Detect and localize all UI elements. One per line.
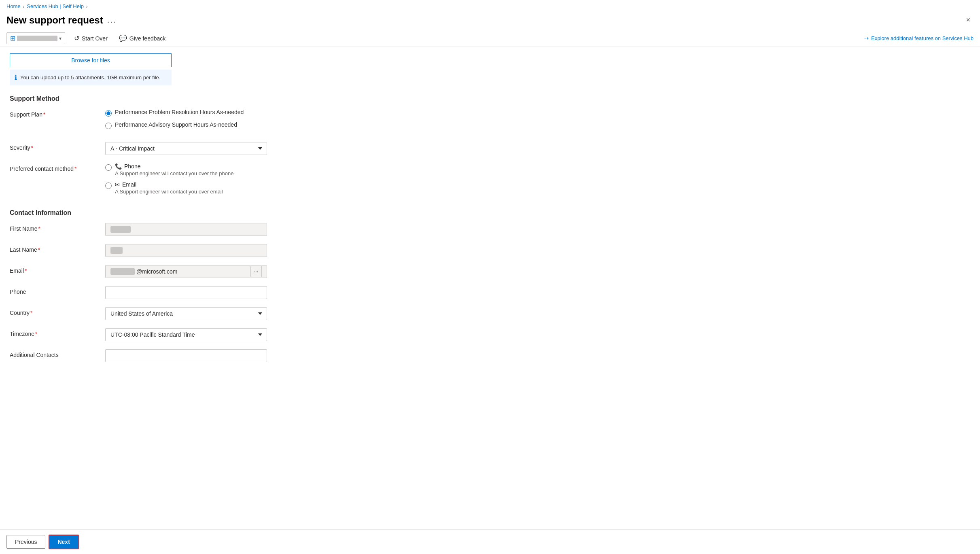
breadcrumb-sep2: › xyxy=(86,4,88,9)
workspace-selector[interactable]: ⊞ ▾ xyxy=(6,32,65,44)
plan-option2-text: Performance Advisory Support Hours As-ne… xyxy=(115,121,237,128)
email-action-button[interactable]: ··· xyxy=(250,266,262,277)
plan-option2-label[interactable]: Performance Advisory Support Hours As-ne… xyxy=(105,121,267,129)
plan-option1-radio[interactable] xyxy=(105,110,112,117)
contact-phone-radio[interactable] xyxy=(105,164,112,171)
browse-section: Browse for files ℹ You can upload up to … xyxy=(10,53,970,85)
contact-email-text: ✉ Email xyxy=(115,181,223,188)
severity-control: A - Critical impact B - Moderate impact … xyxy=(105,142,267,155)
contact-phone-label[interactable]: 📞 Phone A Support engineer will contact … xyxy=(105,163,267,176)
explore-link[interactable]: ⇢ Explore additional features on Service… xyxy=(864,35,974,41)
email-label: Email xyxy=(122,181,136,188)
additional-contacts-input[interactable] xyxy=(105,349,267,362)
first-name-control xyxy=(105,223,267,236)
title-more-button[interactable]: ... xyxy=(107,15,117,25)
support-method-title: Support Method xyxy=(10,95,970,102)
breadcrumb-services-hub[interactable]: Services Hub | Self Help xyxy=(27,3,84,9)
close-button[interactable]: × xyxy=(963,14,974,26)
give-feedback-label: Give feedback xyxy=(129,35,166,42)
give-feedback-button[interactable]: 💬 Give feedback xyxy=(117,33,168,44)
contact-method-label: Preferred contact method* xyxy=(10,163,99,172)
contact-method-control: 📞 Phone A Support engineer will contact … xyxy=(105,163,267,200)
breadcrumb: Home › Services Hub | Self Help › xyxy=(0,0,980,13)
plan-option1-label[interactable]: Performance Problem Resolution Hours As-… xyxy=(105,109,267,117)
first-name-required: * xyxy=(38,225,40,232)
feedback-icon: 💬 xyxy=(119,34,127,42)
phone-input[interactable] xyxy=(105,286,267,299)
phone-label-text: Phone xyxy=(10,289,26,295)
start-over-label: Start Over xyxy=(82,35,108,42)
first-name-row: First Name* xyxy=(10,223,970,236)
phone-icon: 📞 xyxy=(115,163,122,170)
toolbar-left: ⊞ ▾ ↺ Start Over 💬 Give feedback xyxy=(6,32,858,44)
contact-method-row: Preferred contact method* 📞 Phone A Supp… xyxy=(10,163,970,200)
phone-control xyxy=(105,286,267,299)
email-domain-text: @microsoft.com xyxy=(136,268,177,275)
email-row: Email* @microsoft.com ··· xyxy=(10,265,970,278)
severity-row: Severity* A - Critical impact B - Modera… xyxy=(10,142,970,155)
email-icon: ✉ xyxy=(115,181,120,188)
timezone-label-text: Timezone xyxy=(10,331,34,337)
contact-info-title: Contact Information xyxy=(10,209,970,217)
main-content: Browse for files ℹ You can upload up to … xyxy=(0,47,980,529)
email-label: Email* xyxy=(10,265,99,274)
country-label-text: Country xyxy=(10,310,30,316)
plan-option2-radio[interactable] xyxy=(105,123,112,129)
email-username-blurred xyxy=(110,268,135,275)
support-plan-required: * xyxy=(43,111,45,118)
page-wrapper: Home › Services Hub | Self Help › New su… xyxy=(0,0,980,554)
footer: Previous Next xyxy=(0,529,980,554)
email-label-text: Email xyxy=(10,267,24,274)
first-name-blurred xyxy=(110,226,131,233)
timezone-label: Timezone* xyxy=(10,328,99,337)
country-label: Country* xyxy=(10,307,99,316)
page-title-row: New support request ... × xyxy=(0,13,980,30)
support-plan-label-text: Support Plan xyxy=(10,111,42,118)
phone-label: Phone xyxy=(124,163,140,170)
plan-option1-text: Performance Problem Resolution Hours As-… xyxy=(115,109,244,115)
toolbar: ⊞ ▾ ↺ Start Over 💬 Give feedback ⇢ Explo… xyxy=(0,30,980,47)
support-plan-control: Performance Problem Resolution Hours As-… xyxy=(105,109,267,134)
timezone-dropdown[interactable]: UTC-08:00 Pacific Standard Time UTC-05:0… xyxy=(105,328,267,341)
breadcrumb-sep1: › xyxy=(23,4,25,9)
email-value: @microsoft.com xyxy=(110,268,177,275)
first-name-label: First Name* xyxy=(10,223,99,232)
workspace-text-placeholder xyxy=(17,36,57,41)
severity-label: Severity* xyxy=(10,142,99,151)
browse-files-button[interactable]: Browse for files xyxy=(10,53,172,67)
previous-button[interactable]: Previous xyxy=(6,535,45,549)
support-plan-row: Support Plan* Performance Problem Resolu… xyxy=(10,109,970,134)
page-title: New support request xyxy=(6,15,103,26)
last-name-label-text: Last Name xyxy=(10,246,37,253)
first-name-label-text: First Name xyxy=(10,225,37,232)
country-dropdown[interactable]: United States of America Canada United K… xyxy=(105,307,267,320)
workspace-icon: ⊞ xyxy=(10,34,15,42)
last-name-row: Last Name* xyxy=(10,244,970,257)
phone-row: Phone xyxy=(10,286,970,299)
workspace-chevron-icon: ▾ xyxy=(59,36,62,41)
upload-info-box: ℹ You can upload up to 5 attachments. 1G… xyxy=(10,70,172,85)
email-control: @microsoft.com ··· xyxy=(105,265,267,278)
explore-icon: ⇢ xyxy=(864,35,869,41)
additional-contacts-label-text: Additional Contacts xyxy=(10,352,59,358)
info-icon: ℹ xyxy=(15,74,17,81)
severity-label-text: Severity xyxy=(10,144,30,151)
contact-email-label[interactable]: ✉ Email A Support engineer will contact … xyxy=(105,181,267,195)
last-name-required: * xyxy=(38,246,40,253)
severity-dropdown[interactable]: A - Critical impact B - Moderate impact … xyxy=(105,142,267,155)
contact-email-radio[interactable] xyxy=(105,183,112,189)
email-wrapper: @microsoft.com ··· xyxy=(105,265,267,278)
additional-contacts-row: Additional Contacts xyxy=(10,349,970,362)
country-required: * xyxy=(30,310,32,316)
next-button[interactable]: Next xyxy=(49,535,78,549)
support-plan-label: Support Plan* xyxy=(10,109,99,118)
timezone-required: * xyxy=(35,331,37,337)
country-row: Country* United States of America Canada… xyxy=(10,307,970,320)
upload-info-text: You can upload up to 5 attachments. 1GB … xyxy=(20,74,160,81)
additional-contacts-label: Additional Contacts xyxy=(10,349,99,358)
email-required: * xyxy=(25,267,27,274)
breadcrumb-home[interactable]: Home xyxy=(6,3,21,9)
start-over-button[interactable]: ↺ Start Over xyxy=(72,33,110,44)
additional-contacts-control xyxy=(105,349,267,362)
timezone-control: UTC-08:00 Pacific Standard Time UTC-05:0… xyxy=(105,328,267,341)
